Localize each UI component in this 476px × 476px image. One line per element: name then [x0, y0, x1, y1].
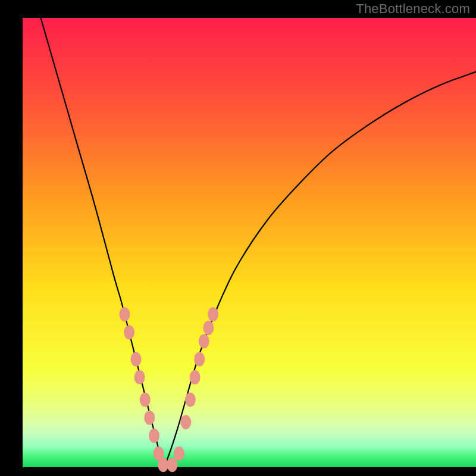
marker-dot — [119, 307, 130, 321]
marker-dot — [134, 370, 145, 384]
marker-dot — [185, 393, 196, 407]
bottleneck-chart — [0, 0, 476, 476]
marker-dot — [124, 325, 134, 340]
marker-dot — [174, 446, 184, 461]
marker-dot — [199, 334, 209, 349]
marker-dot — [149, 428, 159, 443]
marker-dot — [140, 393, 151, 407]
marker-dot — [144, 411, 155, 425]
plot-background — [23, 18, 476, 467]
marker-dot — [180, 415, 191, 430]
marker-dot — [131, 352, 142, 367]
marker-dot — [167, 458, 177, 472]
marker-dot — [208, 307, 218, 321]
marker-dot — [194, 352, 205, 367]
marker-dot — [190, 370, 201, 384]
marker-dot — [203, 321, 214, 335]
chart-frame: TheBottleneck.com — [0, 0, 476, 476]
